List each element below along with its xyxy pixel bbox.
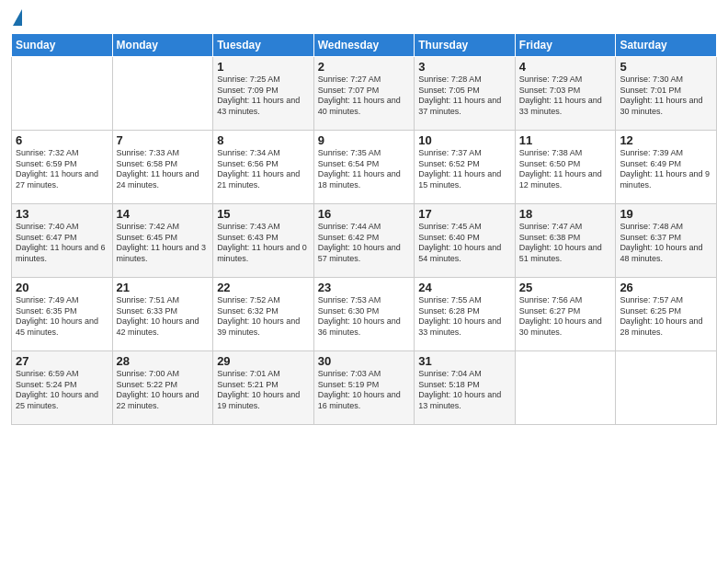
day-number: 4 bbox=[519, 60, 612, 74]
calendar-cell: 27Sunrise: 6:59 AM Sunset: 5:24 PM Dayli… bbox=[12, 351, 113, 425]
cell-info: Sunrise: 7:48 AM Sunset: 6:37 PM Dayligh… bbox=[620, 222, 712, 265]
cell-info: Sunrise: 7:39 AM Sunset: 6:49 PM Dayligh… bbox=[620, 148, 712, 191]
calendar-cell: 31Sunrise: 7:04 AM Sunset: 5:18 PM Dayli… bbox=[415, 351, 516, 425]
cell-info: Sunrise: 7:49 AM Sunset: 6:35 PM Dayligh… bbox=[16, 295, 108, 339]
weekday-header: Monday bbox=[112, 34, 213, 57]
day-number: 26 bbox=[620, 281, 712, 294]
logo bbox=[11, 9, 22, 26]
day-number: 20 bbox=[16, 281, 108, 294]
calendar-cell: 6Sunrise: 7:32 AM Sunset: 6:59 PM Daylig… bbox=[12, 131, 113, 204]
day-number: 16 bbox=[318, 207, 411, 221]
page-header bbox=[11, 9, 717, 26]
cell-info: Sunrise: 7:42 AM Sunset: 6:45 PM Dayligh… bbox=[117, 222, 210, 265]
day-number: 17 bbox=[418, 207, 511, 221]
cell-info: Sunrise: 7:53 AM Sunset: 6:30 PM Dayligh… bbox=[318, 295, 411, 339]
day-number: 29 bbox=[217, 354, 310, 368]
day-number: 28 bbox=[117, 354, 210, 368]
cell-info: Sunrise: 7:38 AM Sunset: 6:50 PM Dayligh… bbox=[519, 148, 612, 191]
calendar-cell bbox=[616, 351, 717, 425]
calendar-cell: 4Sunrise: 7:29 AM Sunset: 7:03 PM Daylig… bbox=[515, 57, 616, 131]
day-number: 6 bbox=[16, 133, 108, 147]
day-number: 9 bbox=[318, 133, 411, 147]
cell-info: Sunrise: 7:04 AM Sunset: 5:18 PM Dayligh… bbox=[418, 369, 511, 412]
day-number: 13 bbox=[16, 207, 108, 221]
calendar-week-row: 20Sunrise: 7:49 AM Sunset: 6:35 PM Dayli… bbox=[12, 278, 717, 351]
calendar-week-row: 13Sunrise: 7:40 AM Sunset: 6:47 PM Dayli… bbox=[12, 204, 717, 278]
day-number: 22 bbox=[217, 281, 310, 294]
page-container: SundayMondayTuesdayWednesdayThursdayFrid… bbox=[0, 0, 728, 432]
calendar-table: SundayMondayTuesdayWednesdayThursdayFrid… bbox=[11, 33, 717, 425]
cell-info: Sunrise: 7:03 AM Sunset: 5:19 PM Dayligh… bbox=[318, 369, 411, 412]
day-number: 25 bbox=[519, 281, 612, 294]
cell-info: Sunrise: 7:44 AM Sunset: 6:42 PM Dayligh… bbox=[318, 222, 411, 265]
cell-info: Sunrise: 7:33 AM Sunset: 6:58 PM Dayligh… bbox=[117, 148, 210, 191]
calendar-cell: 18Sunrise: 7:47 AM Sunset: 6:38 PM Dayli… bbox=[515, 204, 616, 278]
cell-info: Sunrise: 7:56 AM Sunset: 6:27 PM Dayligh… bbox=[519, 295, 612, 339]
calendar-cell: 5Sunrise: 7:30 AM Sunset: 7:01 PM Daylig… bbox=[616, 57, 717, 131]
calendar-cell bbox=[112, 57, 213, 131]
cell-info: Sunrise: 7:27 AM Sunset: 7:07 PM Dayligh… bbox=[318, 75, 411, 118]
calendar-cell: 25Sunrise: 7:56 AM Sunset: 6:27 PM Dayli… bbox=[515, 278, 616, 351]
calendar-cell: 17Sunrise: 7:45 AM Sunset: 6:40 PM Dayli… bbox=[415, 204, 516, 278]
calendar-header-row: SundayMondayTuesdayWednesdayThursdayFrid… bbox=[12, 34, 717, 57]
calendar-cell: 21Sunrise: 7:51 AM Sunset: 6:33 PM Dayli… bbox=[112, 278, 213, 351]
day-number: 11 bbox=[519, 133, 612, 147]
calendar-week-row: 1Sunrise: 7:25 AM Sunset: 7:09 PM Daylig… bbox=[12, 57, 717, 131]
day-number: 31 bbox=[418, 354, 511, 368]
calendar-cell: 8Sunrise: 7:34 AM Sunset: 6:56 PM Daylig… bbox=[213, 131, 314, 204]
calendar-cell: 15Sunrise: 7:43 AM Sunset: 6:43 PM Dayli… bbox=[213, 204, 314, 278]
calendar-cell: 12Sunrise: 7:39 AM Sunset: 6:49 PM Dayli… bbox=[616, 131, 717, 204]
day-number: 2 bbox=[318, 60, 411, 74]
cell-info: Sunrise: 7:37 AM Sunset: 6:52 PM Dayligh… bbox=[418, 148, 511, 191]
calendar-cell: 13Sunrise: 7:40 AM Sunset: 6:47 PM Dayli… bbox=[12, 204, 113, 278]
day-number: 12 bbox=[620, 133, 712, 147]
day-number: 23 bbox=[318, 281, 411, 294]
day-number: 24 bbox=[418, 281, 511, 294]
calendar-cell: 7Sunrise: 7:33 AM Sunset: 6:58 PM Daylig… bbox=[112, 131, 213, 204]
day-number: 8 bbox=[217, 133, 310, 147]
cell-info: Sunrise: 7:43 AM Sunset: 6:43 PM Dayligh… bbox=[217, 222, 310, 265]
calendar-cell bbox=[515, 351, 616, 425]
calendar-cell: 11Sunrise: 7:38 AM Sunset: 6:50 PM Dayli… bbox=[515, 131, 616, 204]
cell-info: Sunrise: 7:51 AM Sunset: 6:33 PM Dayligh… bbox=[117, 295, 210, 339]
weekday-header: Thursday bbox=[415, 34, 516, 57]
calendar-cell: 24Sunrise: 7:55 AM Sunset: 6:28 PM Dayli… bbox=[415, 278, 516, 351]
cell-info: Sunrise: 7:00 AM Sunset: 5:22 PM Dayligh… bbox=[117, 369, 210, 412]
day-number: 15 bbox=[217, 207, 310, 221]
day-number: 21 bbox=[117, 281, 210, 294]
day-number: 19 bbox=[620, 207, 712, 221]
cell-info: Sunrise: 7:57 AM Sunset: 6:25 PM Dayligh… bbox=[620, 295, 712, 339]
cell-info: Sunrise: 7:28 AM Sunset: 7:05 PM Dayligh… bbox=[418, 75, 511, 118]
day-number: 3 bbox=[418, 60, 511, 74]
calendar-cell: 9Sunrise: 7:35 AM Sunset: 6:54 PM Daylig… bbox=[313, 131, 415, 204]
day-number: 18 bbox=[519, 207, 612, 221]
calendar-week-row: 6Sunrise: 7:32 AM Sunset: 6:59 PM Daylig… bbox=[12, 131, 717, 204]
cell-info: Sunrise: 7:47 AM Sunset: 6:38 PM Dayligh… bbox=[519, 222, 612, 265]
calendar-cell: 22Sunrise: 7:52 AM Sunset: 6:32 PM Dayli… bbox=[213, 278, 314, 351]
cell-info: Sunrise: 7:25 AM Sunset: 7:09 PM Dayligh… bbox=[217, 75, 310, 118]
day-number: 30 bbox=[318, 354, 411, 368]
calendar-cell: 14Sunrise: 7:42 AM Sunset: 6:45 PM Dayli… bbox=[112, 204, 213, 278]
calendar-cell: 29Sunrise: 7:01 AM Sunset: 5:21 PM Dayli… bbox=[213, 351, 314, 425]
logo-triangle-icon bbox=[13, 9, 22, 26]
calendar-cell: 23Sunrise: 7:53 AM Sunset: 6:30 PM Dayli… bbox=[313, 278, 415, 351]
day-number: 10 bbox=[418, 133, 511, 147]
day-number: 5 bbox=[620, 60, 712, 74]
day-number: 7 bbox=[117, 133, 210, 147]
calendar-week-row: 27Sunrise: 6:59 AM Sunset: 5:24 PM Dayli… bbox=[12, 351, 717, 425]
cell-info: Sunrise: 7:30 AM Sunset: 7:01 PM Dayligh… bbox=[620, 75, 712, 118]
weekday-header: Sunday bbox=[12, 34, 113, 57]
cell-info: Sunrise: 7:29 AM Sunset: 7:03 PM Dayligh… bbox=[519, 75, 612, 118]
cell-info: Sunrise: 6:59 AM Sunset: 5:24 PM Dayligh… bbox=[16, 369, 108, 412]
calendar-cell: 1Sunrise: 7:25 AM Sunset: 7:09 PM Daylig… bbox=[213, 57, 314, 131]
cell-info: Sunrise: 7:32 AM Sunset: 6:59 PM Dayligh… bbox=[16, 148, 108, 191]
calendar-cell: 30Sunrise: 7:03 AM Sunset: 5:19 PM Dayli… bbox=[313, 351, 415, 425]
cell-info: Sunrise: 7:55 AM Sunset: 6:28 PM Dayligh… bbox=[418, 295, 511, 339]
calendar-cell: 2Sunrise: 7:27 AM Sunset: 7:07 PM Daylig… bbox=[313, 57, 415, 131]
cell-info: Sunrise: 7:01 AM Sunset: 5:21 PM Dayligh… bbox=[217, 369, 310, 412]
weekday-header: Tuesday bbox=[213, 34, 314, 57]
calendar-cell: 28Sunrise: 7:00 AM Sunset: 5:22 PM Dayli… bbox=[112, 351, 213, 425]
cell-info: Sunrise: 7:45 AM Sunset: 6:40 PM Dayligh… bbox=[418, 222, 511, 265]
day-number: 27 bbox=[16, 354, 108, 368]
day-number: 1 bbox=[217, 60, 310, 74]
